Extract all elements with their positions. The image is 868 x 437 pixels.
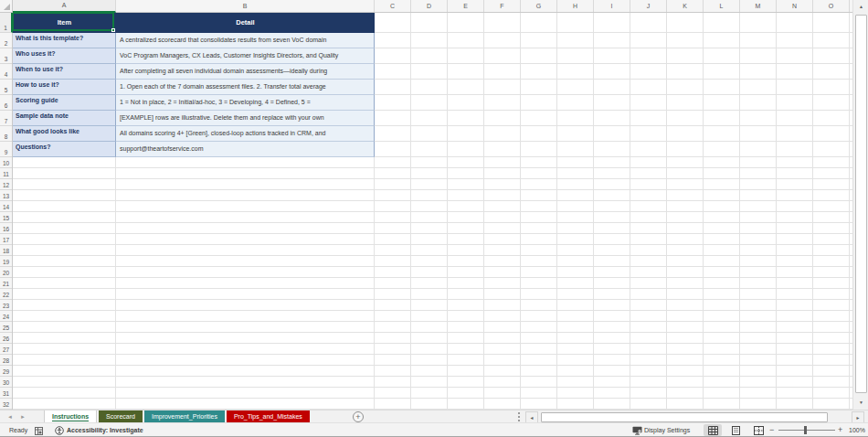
table-cell-detail[interactable]: All domains scoring 4+ [Green], closed-l… [116, 126, 375, 142]
tab-nav-arrows[interactable]: ◄► [7, 410, 33, 423]
row-header-8[interactable]: 8 [0, 126, 12, 142]
row-header-29[interactable]: 29 [0, 366, 12, 377]
row-header-2[interactable]: 2 [0, 33, 12, 48]
gridline-h [13, 376, 852, 377]
row-header-22[interactable]: 22 [0, 289, 12, 300]
vertical-scrollbar-thumb[interactable] [855, 15, 867, 393]
page-layout-view-button[interactable] [726, 424, 745, 436]
column-header-k[interactable]: K [667, 0, 704, 12]
zoom-slider-thumb[interactable] [804, 426, 807, 434]
column-header-m[interactable]: M [740, 0, 777, 12]
active-cell-selection[interactable] [12, 12, 114, 31]
tabstrip-splitter[interactable] [518, 412, 520, 421]
table-cell-detail[interactable]: 1. Open each of the 7 domain assessment … [116, 80, 375, 95]
zoom-slider-track[interactable] [778, 430, 835, 431]
display-settings-icon [632, 426, 642, 435]
tab-scorecard[interactable]: Scorecard [99, 410, 143, 423]
row-header-20[interactable]: 20 [0, 267, 12, 278]
tab-prev-icon[interactable]: ◄ [7, 414, 20, 420]
table-cell-detail[interactable]: support@theartofservice.com [116, 142, 375, 157]
row-header-21[interactable]: 21 [0, 278, 12, 289]
gridline-h [13, 200, 852, 201]
row-header-11[interactable]: 11 [0, 168, 12, 179]
table-cell-detail[interactable]: 1 = Not in place, 2 = Initial/ad-hoc, 3 … [116, 95, 375, 111]
table-cell-item[interactable]: Who uses it? [13, 48, 116, 64]
record-macro-icon[interactable] [35, 426, 43, 434]
table-header-detail[interactable]: Detail [116, 13, 375, 33]
tab-label: Scorecard [106, 413, 135, 420]
tab-pro-tips-and-mistakes[interactable]: Pro_Tips_and_Mistakes [227, 410, 310, 423]
column-header-e[interactable]: E [448, 0, 484, 12]
table-cell-detail[interactable]: [EXAMPLE] rows are illustrative. Delete … [116, 111, 375, 126]
table-cell-detail[interactable]: VoC Program Managers, CX Leads, Customer… [116, 48, 375, 64]
fill-handle[interactable] [111, 28, 115, 32]
row-header-3[interactable]: 3 [0, 48, 12, 64]
scroll-up-icon[interactable]: ▲ [854, 1, 868, 13]
table-cell-item[interactable]: Scoring guide [13, 95, 116, 111]
row-header-23[interactable]: 23 [0, 300, 12, 311]
row-header-27[interactable]: 27 [0, 344, 12, 355]
table-cell-detail[interactable]: After completing all seven individual do… [116, 64, 375, 80]
row-header-19[interactable]: 19 [0, 256, 12, 267]
vertical-scrollbar[interactable]: ▲ ▼ [852, 0, 868, 410]
row-header-31[interactable]: 31 [0, 388, 12, 399]
zoom-in-button[interactable]: + [838, 423, 842, 437]
column-header-g[interactable]: G [521, 0, 557, 12]
accessibility-status[interactable]: Accessibility: Investigate [67, 423, 143, 437]
table-cell-item[interactable]: How to use it? [13, 80, 116, 95]
row-header-9[interactable]: 9 [0, 142, 12, 157]
row-header-14[interactable]: 14 [0, 201, 12, 212]
zoom-level[interactable]: 100% [849, 423, 865, 437]
column-header-i[interactable]: I [594, 0, 630, 12]
new-sheet-button[interactable]: + [353, 411, 364, 422]
row-header-16[interactable]: 16 [0, 223, 12, 234]
table-cell-item[interactable]: Sample data note [13, 111, 116, 126]
row-header-6[interactable]: 6 [0, 95, 12, 111]
tab-instructions[interactable]: Instructions [44, 410, 97, 423]
row-headers: 1234567891011121314151617181920212223242… [0, 13, 13, 410]
column-header-b[interactable]: B [116, 0, 375, 12]
tab-label: Instructions [52, 413, 89, 421]
display-settings-button[interactable]: Display Settings [644, 423, 690, 437]
select-all-corner[interactable] [0, 0, 13, 13]
row-header-28[interactable]: 28 [0, 355, 12, 366]
row-header-15[interactable]: 15 [0, 212, 12, 223]
row-header-7[interactable]: 7 [0, 111, 12, 126]
row-header-18[interactable]: 18 [0, 245, 12, 256]
gridline-h [13, 211, 852, 212]
row-header-5[interactable]: 5 [0, 80, 12, 95]
column-header-l[interactable]: L [704, 0, 740, 12]
column-header-o[interactable]: O [813, 0, 850, 12]
row-header-12[interactable]: 12 [0, 179, 12, 190]
table-cell-item[interactable]: What is this template? [13, 33, 116, 48]
horizontal-scrollbar-thumb[interactable] [541, 412, 828, 422]
table-cell-item[interactable]: When to use it? [13, 64, 116, 80]
row-header-30[interactable]: 30 [0, 377, 12, 388]
column-header-n[interactable]: N [777, 0, 813, 12]
column-header-c[interactable]: C [375, 0, 411, 12]
row-header-25[interactable]: 25 [0, 322, 12, 333]
table-cell-item[interactable]: Questions? [13, 142, 116, 157]
column-header-j[interactable]: J [630, 0, 667, 12]
column-header-h[interactable]: H [557, 0, 594, 12]
tab-next-icon[interactable]: ► [20, 414, 33, 420]
column-header-d[interactable]: D [411, 0, 448, 12]
row-header-10[interactable]: 10 [0, 157, 12, 168]
row-header-1[interactable]: 1 [0, 13, 13, 33]
row-header-4[interactable]: 4 [0, 64, 12, 80]
row-header-24[interactable]: 24 [0, 311, 12, 322]
table-cell-detail[interactable]: A centralized scorecard that consolidate… [116, 33, 375, 48]
gridline-h [13, 266, 852, 267]
table-cell-item[interactable]: What good looks like [13, 126, 116, 142]
row-header-13[interactable]: 13 [0, 190, 12, 201]
page-break-view-button[interactable] [749, 424, 767, 436]
row-header-32[interactable]: 32 [0, 399, 12, 410]
row-header-26[interactable]: 26 [0, 333, 12, 344]
zoom-out-button[interactable]: − [769, 423, 774, 437]
row-header-17[interactable]: 17 [0, 234, 12, 245]
column-header-a[interactable]: A [13, 0, 116, 13]
tab-improvement-priorities[interactable]: Improvement_Priorities [144, 410, 225, 423]
column-header-f[interactable]: F [484, 0, 521, 12]
normal-view-button[interactable] [704, 424, 722, 436]
scroll-down-icon[interactable]: ▼ [854, 397, 868, 409]
